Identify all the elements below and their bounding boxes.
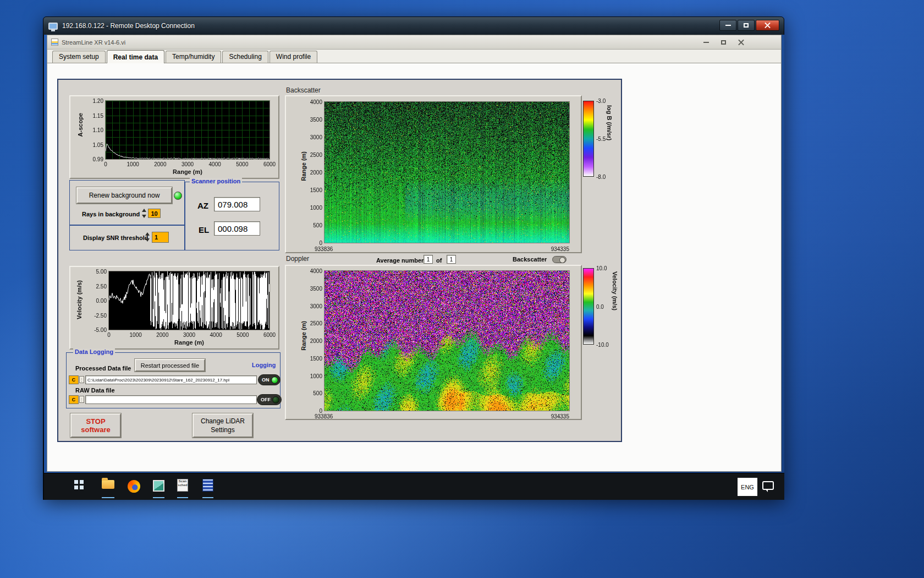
- tick-label: 1500: [310, 355, 322, 361]
- photos-active-indicator: [153, 497, 164, 498]
- renew-background-button[interactable]: Renew background now: [76, 187, 172, 204]
- tab-system-setup[interactable]: System setup: [52, 51, 106, 63]
- backscatter-colorbar-label: log B (/m/sr): [606, 105, 613, 140]
- tick-label: 0: [319, 240, 322, 246]
- ascope-y-ticks: 1.201.151.101.050.99: [86, 101, 105, 159]
- processed-browse-button[interactable]: ⋮: [79, 376, 84, 383]
- start-button[interactable]: [74, 480, 84, 489]
- tick-label: 5000: [237, 332, 249, 338]
- change-lidar-settings-button[interactable]: Change LiDAR Settings: [193, 413, 253, 438]
- tick-label: 4000: [310, 268, 322, 274]
- raw-logging-led: [272, 396, 279, 403]
- data-app-button[interactable]: [202, 479, 213, 492]
- restart-processed-file-button[interactable]: Restart processed file: [135, 359, 205, 372]
- decrement-icon: [145, 238, 150, 242]
- app-close-button[interactable]: [738, 39, 744, 45]
- tick-label: 2500: [310, 320, 322, 326]
- desktop-background: 192.168.0.122 - Remote Desktop Connectio…: [0, 0, 924, 578]
- tick-label: 500: [313, 390, 322, 396]
- scan-icon-text2: sched: [178, 483, 187, 487]
- rdp-window-controls: [719, 20, 779, 31]
- close-icon: [765, 23, 771, 29]
- change-settings-label-line1: Change LiDAR: [201, 417, 245, 426]
- backscatter-plot-frame: Range (m) 400035003000250020001500100050…: [285, 95, 582, 253]
- tick-label: 1.15: [93, 112, 103, 118]
- photos-app-button[interactable]: [153, 480, 164, 492]
- maximize-icon: [744, 23, 749, 28]
- raw-browse-button[interactable]: ⋮: [79, 396, 84, 403]
- rdp-titlebar[interactable]: 192.168.0.122 - Remote Desktop Connectio…: [43, 17, 784, 35]
- language-indicator[interactable]: ENG: [738, 478, 757, 496]
- rdp-window-title: 192.168.0.122 - Remote Desktop Connectio…: [62, 22, 195, 30]
- snr-threshold-value[interactable]: 1: [152, 232, 169, 243]
- backscatter-toggle-switch[interactable]: [552, 256, 566, 263]
- tick-label: 1.10: [93, 127, 103, 133]
- processed-logging-toggle[interactable]: ON: [258, 374, 280, 385]
- velocity-plot: [109, 271, 270, 330]
- processed-path-field[interactable]: C:\Lidar\Data\Proc\2023\202309\20230912\…: [85, 375, 257, 384]
- raw-logging-toggle[interactable]: OFF: [257, 394, 282, 405]
- rdp-window: 192.168.0.122 - Remote Desktop Connectio…: [43, 17, 784, 500]
- photos-icon: [153, 480, 164, 492]
- close-button[interactable]: [756, 20, 779, 31]
- scan-scheduler-active-indicator: [177, 497, 188, 498]
- tick-label: 2000: [156, 332, 168, 338]
- velocity-plot-group: Velocity (m/s) 5.002.500.00-2.50-5.00 01…: [69, 266, 279, 350]
- tick-label: 3000: [310, 134, 322, 140]
- velocity-x-ticks: 0100020003000400050006000: [109, 332, 270, 339]
- restart-processed-file-label: Restart processed file: [141, 362, 199, 369]
- tick-label: -8.0: [596, 174, 606, 180]
- average-number-value[interactable]: 1: [424, 255, 433, 264]
- app-titlebar[interactable]: StreamLine XR v14-6.vi: [47, 35, 781, 50]
- maximize-button[interactable]: [738, 20, 755, 31]
- doppler-colorbar: [583, 268, 594, 345]
- app-minimize-button[interactable]: [703, 42, 709, 43]
- tick-label: 1.20: [93, 98, 103, 104]
- renew-background-led: [174, 192, 182, 200]
- tick-label: 5000: [236, 161, 248, 167]
- tick-label: 1000: [130, 332, 142, 338]
- processed-drive-selector[interactable]: C: [69, 375, 79, 384]
- tick-label: 4000: [209, 161, 221, 167]
- raw-drive-selector[interactable]: C: [69, 395, 79, 404]
- file-explorer-button[interactable]: [102, 480, 114, 489]
- doppler-colorbar-ticks: 10.00.0-10.0: [595, 268, 613, 345]
- tab-temp-humidity[interactable]: Temp/humidity: [166, 51, 221, 63]
- tick-label: 2000: [154, 161, 166, 167]
- firefox-button[interactable]: [128, 480, 140, 493]
- tick-label: 3500: [310, 117, 322, 123]
- data-logging-box: Data Logging Processed Data file Restart…: [66, 352, 280, 408]
- remote-desktop-icon: [48, 23, 58, 30]
- tab-wind-profile[interactable]: Wind profile: [270, 51, 317, 63]
- ascope-y-axis-label: A-scope: [77, 113, 84, 137]
- logging-label: Logging: [250, 362, 277, 368]
- processed-logging-state: ON: [262, 377, 270, 383]
- minimize-button[interactable]: [719, 20, 736, 31]
- backscatter-toggle-label: Backscatter: [513, 256, 547, 263]
- tab-scheduling[interactable]: Scheduling: [222, 51, 268, 63]
- app-restore-button[interactable]: [721, 40, 726, 45]
- raw-path-field[interactable]: [85, 395, 257, 404]
- scanner-position-box: Scanner position AZ 079.008 EL 000.098: [185, 182, 279, 250]
- raw-logging-state: OFF: [261, 397, 271, 402]
- stop-software-label-line2: software: [81, 426, 110, 434]
- tab-real-time-data[interactable]: Real time data: [107, 50, 164, 63]
- snr-spinner[interactable]: [145, 232, 150, 242]
- stop-software-label-line1: STOP: [86, 417, 105, 426]
- scanner-position-title: Scanner position: [190, 178, 242, 184]
- elevation-label: EL: [199, 225, 209, 235]
- increment-icon: [145, 232, 150, 236]
- rays-spinner[interactable]: [141, 209, 147, 218]
- stop-software-button[interactable]: STOP software: [70, 413, 121, 438]
- folder-icon: [102, 480, 114, 489]
- scan-icon-text1: Scan: [179, 479, 186, 483]
- raw-data-file-label: RAW Data file: [75, 387, 115, 394]
- average-number-label: Average number: [376, 257, 424, 264]
- rays-in-background-value[interactable]: 10: [148, 209, 161, 218]
- tick-label: 6000: [263, 332, 276, 338]
- backscatter-heatmap: [324, 102, 569, 243]
- notification-icon[interactable]: [762, 481, 774, 490]
- tick-label: 0: [319, 408, 322, 414]
- average-of-value[interactable]: 1: [447, 255, 456, 264]
- scan-scheduler-button[interactable]: Scan sched: [177, 479, 188, 492]
